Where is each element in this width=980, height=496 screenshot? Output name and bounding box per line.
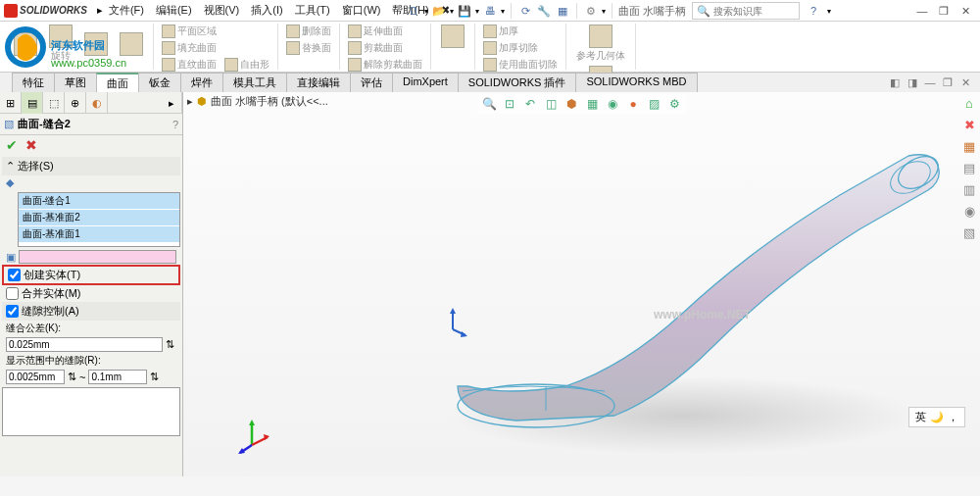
display-style-icon[interactable]: ▦ xyxy=(584,96,600,112)
cancel-button[interactable]: ✖ xyxy=(25,137,37,153)
home-icon[interactable]: ⌂ xyxy=(960,94,978,112)
selection-list[interactable]: 曲面-缝合1 曲面-基准面2 曲面-基准面1 xyxy=(18,192,180,247)
model-geometry[interactable] xyxy=(409,141,957,465)
spinner-icon[interactable]: ⇅ xyxy=(166,338,174,351)
fm-tab-display[interactable]: ◐ xyxy=(86,92,108,114)
freeform-button[interactable]: 自由形 xyxy=(222,57,271,73)
library-icon[interactable]: ▤ xyxy=(960,159,978,176)
ime-mode-icon[interactable]: 🌙 xyxy=(930,411,944,423)
gap-max-input[interactable] xyxy=(88,370,147,384)
view-triad[interactable] xyxy=(232,418,271,457)
dropdown-icon[interactable]: ▾ xyxy=(475,7,479,16)
options-icon[interactable]: 🔧 xyxy=(536,3,552,19)
tab-sketch[interactable]: 草图 xyxy=(54,73,97,92)
menu-window[interactable]: 窗口(W) xyxy=(336,1,387,20)
custom-props-icon[interactable]: ▧ xyxy=(960,223,978,241)
fill-surface-button[interactable]: 填充曲面 xyxy=(160,40,271,56)
hide-show-icon[interactable]: ◉ xyxy=(605,96,620,112)
create-solid-checkbox[interactable] xyxy=(8,269,21,281)
tab-moldtools[interactable]: 模具工具 xyxy=(222,73,287,92)
ref-geometry-button[interactable]: 参考几何体 xyxy=(572,24,629,64)
breadcrumb[interactable]: ▸ ⬢ 曲面 水嘴手柄 (默认<<... xyxy=(187,94,328,109)
help-icon[interactable]: ? xyxy=(806,3,821,19)
minimize-button[interactable]: — xyxy=(915,4,929,18)
knit-button[interactable] xyxy=(437,24,468,49)
list-item[interactable]: 曲面-基准面1 xyxy=(19,226,179,243)
menu-edit[interactable]: 编辑(E) xyxy=(150,1,198,20)
ime-indicator[interactable]: 英 🌙 ， xyxy=(908,407,965,427)
view-orient-icon[interactable]: ⬢ xyxy=(564,96,579,112)
delete-face-button[interactable]: 删除面 xyxy=(284,24,333,39)
tab-weldments[interactable]: 焊件 xyxy=(180,73,223,92)
help-icon[interactable]: ? xyxy=(172,119,178,130)
dropdown-icon[interactable]: ▾ xyxy=(602,7,606,16)
spinner-icon[interactable]: ⇅ xyxy=(150,371,159,383)
selection-header[interactable]: ⌃选择(S) xyxy=(2,157,180,175)
search-input[interactable] xyxy=(713,6,792,17)
body-list[interactable] xyxy=(19,250,176,264)
menu-file[interactable]: 文件(F) xyxy=(103,1,150,20)
print-icon[interactable]: 🖶 xyxy=(482,3,498,19)
spinner-icon[interactable]: ⇅ xyxy=(68,371,76,383)
gap-min-input[interactable] xyxy=(6,370,65,384)
tab-sheetmetal[interactable]: 钣金 xyxy=(138,73,181,92)
boundary-button[interactable] xyxy=(116,31,147,57)
appearances-icon[interactable]: ◉ xyxy=(960,202,978,220)
gap-results-list[interactable] xyxy=(2,387,180,436)
prev-view-icon[interactable]: ↶ xyxy=(522,96,538,112)
list-item[interactable]: 曲面-基准面2 xyxy=(19,210,179,226)
ruled-surface-button[interactable]: 直纹曲面 xyxy=(160,57,219,73)
merge-checkbox[interactable] xyxy=(6,287,19,300)
fm-tab-tree[interactable]: ⊞ xyxy=(0,92,22,114)
resources-icon[interactable]: ▦ xyxy=(960,137,978,155)
dropdown-icon[interactable]: ▾ xyxy=(424,7,428,16)
doc-restore-button[interactable]: ❐ xyxy=(941,75,955,89)
sweep-surface-button[interactable] xyxy=(80,31,112,57)
ime-punct-icon[interactable]: ， xyxy=(948,410,958,424)
replace-face-button[interactable]: 替换面 xyxy=(284,40,333,56)
list-item[interactable]: 曲面-缝合1 xyxy=(19,193,179,210)
body-select-icon[interactable]: ▣ xyxy=(6,251,16,264)
scene-icon[interactable]: ▨ xyxy=(646,96,662,112)
face-select-icon[interactable]: ◆ xyxy=(6,176,14,189)
dropdown-icon[interactable]: ▾ xyxy=(827,7,831,16)
expand-icon[interactable]: ▸ xyxy=(187,95,193,108)
dropdown-icon[interactable]: ▾ xyxy=(501,7,505,16)
menu-insert[interactable]: 插入(I) xyxy=(245,1,288,20)
cube-icon[interactable]: ▦ xyxy=(555,3,570,19)
menu-tools[interactable]: 工具(T) xyxy=(289,1,336,20)
tab-dimxpert[interactable]: DimXpert xyxy=(392,73,459,92)
fm-tab-dim[interactable]: ⊕ xyxy=(65,92,86,114)
dropdown-icon[interactable]: ▾ xyxy=(450,7,454,16)
tab-evaluate[interactable]: 评估 xyxy=(350,73,393,92)
gap-control-header[interactable]: 缝隙控制(A) xyxy=(2,302,180,321)
tab-surfaces[interactable]: 曲面 xyxy=(96,73,139,92)
restore-button[interactable]: ❐ xyxy=(937,4,951,18)
thicken-button[interactable]: 加厚 xyxy=(481,24,560,39)
open-icon[interactable]: 📂 xyxy=(431,3,447,19)
fm-tab-property[interactable]: ▤ xyxy=(22,92,43,114)
doc-minimize-button[interactable]: — xyxy=(923,75,937,89)
close-button[interactable]: ✕ xyxy=(958,4,972,18)
zoom-fit-icon[interactable]: 🔍 xyxy=(481,96,497,112)
doc-close-button[interactable]: ✕ xyxy=(958,75,972,89)
new-icon[interactable]: 🗋 xyxy=(406,3,421,19)
panel-right-icon[interactable]: ◨ xyxy=(906,75,919,89)
appearance-icon[interactable]: ● xyxy=(625,96,641,112)
extrude-surface-button[interactable] xyxy=(10,31,41,57)
thicken-cut-button[interactable]: 加厚切除 xyxy=(481,40,560,56)
ok-button[interactable]: ✔ xyxy=(6,137,18,153)
gap-control-checkbox[interactable] xyxy=(6,305,19,318)
fm-tab-config[interactable]: ⬚ xyxy=(43,92,65,114)
zoom-area-icon[interactable]: ⊡ xyxy=(502,96,517,112)
tab-addins[interactable]: SOLIDWORKS 插件 xyxy=(458,73,577,92)
close-icon[interactable]: ✖ xyxy=(960,116,978,133)
graphics-viewport[interactable]: ▸ ⬢ 曲面 水嘴手柄 (默认<<... 🔍 ⊡ ↶ ◫ ⬢ ▦ ◉ ● ▨ ⚙ xyxy=(183,92,980,476)
view-palette-icon[interactable]: ▥ xyxy=(960,180,978,198)
surface-cut-button[interactable]: 使用曲面切除 xyxy=(481,57,560,73)
settings-icon[interactable]: ⚙ xyxy=(583,3,599,19)
section-icon[interactable]: ◫ xyxy=(543,96,559,112)
tab-directedit[interactable]: 直接编辑 xyxy=(286,73,351,92)
trim-surface-button[interactable]: 剪裁曲面 xyxy=(346,40,424,56)
save-icon[interactable]: 💾 xyxy=(457,3,472,19)
